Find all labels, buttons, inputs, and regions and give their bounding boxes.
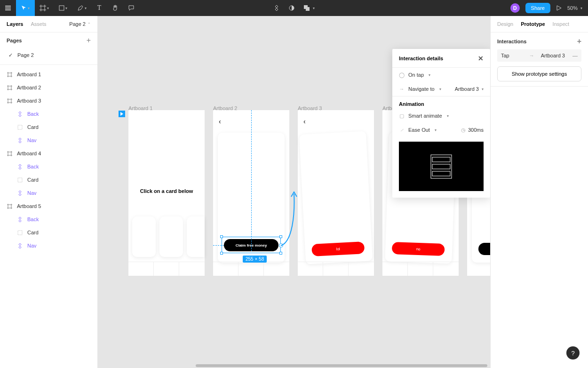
layer-name: Artboard 5 [17, 203, 41, 209]
layer-child[interactable]: Nav [0, 186, 97, 200]
zoom-value: 50% [567, 5, 578, 11]
tap-icon: ◯ [399, 72, 405, 78]
shape-tool[interactable]: ▾ [54, 0, 72, 16]
hand-tool[interactable] [107, 0, 123, 16]
nav-bar [298, 262, 374, 276]
canvas-scrollbar[interactable] [196, 364, 490, 367]
component-icon[interactable] [273, 5, 280, 11]
animation-header: Animation [392, 96, 490, 109]
page-row[interactable]: ✓ Page 2 [0, 48, 97, 62]
layer-child[interactable]: Nav [0, 134, 97, 147]
selection-handle[interactable] [279, 252, 282, 255]
layer-child[interactable]: Card [0, 226, 97, 239]
layer-name: Card [27, 177, 39, 183]
component-icon [17, 164, 23, 169]
user-avatar[interactable]: D [510, 3, 520, 13]
svg-rect-4 [18, 125, 22, 129]
tab-assets[interactable]: Assets [31, 21, 46, 27]
toolbar-left: ▾ ▾ ▾ ▾ T [0, 0, 139, 16]
share-button[interactable]: Share [525, 3, 550, 13]
cursor-icon [21, 5, 27, 11]
move-tool[interactable]: ▾ [16, 0, 35, 16]
duration-value: 300ms [468, 127, 484, 133]
selection-handle[interactable] [220, 252, 223, 255]
scrollbar-thumb[interactable] [196, 364, 487, 367]
right-panel: Design Prototype Inspect Interactions + … [490, 16, 588, 368]
remove-interaction-button[interactable]: — [572, 53, 578, 58]
text-tool[interactable]: T [91, 0, 107, 16]
instruction-text: Click on a card below [128, 188, 205, 194]
add-page-button[interactable]: + [87, 36, 91, 45]
comment-icon [128, 5, 135, 11]
back-button[interactable]: ‹ [303, 118, 306, 125]
trigger-label: On tap [408, 72, 424, 78]
animation-preview [399, 142, 484, 191]
page-selector[interactable]: Page 2 ⌃ [69, 21, 91, 27]
artboard-1[interactable]: Click on a card below [128, 110, 205, 276]
interaction-row[interactable]: Tap → Artboard 3 — [497, 49, 581, 62]
zoom-control[interactable]: 50% ▾ [567, 5, 582, 11]
layer-frame[interactable]: Artboard 3 [0, 94, 97, 107]
tab-prototype[interactable]: Prototype [521, 21, 545, 27]
tab-design[interactable]: Design [497, 21, 513, 27]
present-icon[interactable] [556, 5, 562, 11]
toolbar-right: D Share 50% ▾ [510, 0, 588, 16]
layer-child[interactable]: Card [0, 120, 97, 134]
chevron-down-icon: ▾ [313, 6, 315, 10]
layer-name: Artboard 1 [17, 72, 41, 77]
lol-button[interactable]: lol [311, 241, 365, 256]
svg-rect-3 [306, 7, 310, 11]
button [478, 243, 490, 255]
nav-bar [128, 262, 205, 276]
layer-frame[interactable]: Artboard 1 [0, 68, 97, 81]
layer-frame[interactable]: Artboard 4 [0, 147, 97, 160]
layer-child[interactable]: Card [0, 173, 97, 186]
close-icon[interactable]: ✕ [478, 55, 484, 62]
svg-rect-9 [432, 164, 450, 169]
chevron-up-icon: ⌃ [87, 22, 91, 26]
layer-name: Artboard 4 [17, 151, 41, 156]
layer-child[interactable]: Back [0, 213, 97, 226]
layer-name: Card [27, 124, 39, 130]
layer-name: Back [27, 164, 39, 169]
show-prototype-settings-button[interactable]: Show prototype settings [497, 66, 581, 81]
layer-child[interactable]: Back [0, 107, 97, 120]
add-interaction-button[interactable]: + [577, 37, 581, 46]
main-menu-button[interactable] [0, 0, 16, 16]
layer-frame[interactable]: Artboard 5 [0, 200, 97, 213]
page-name: Page 2 [17, 52, 34, 58]
right-panel-tabs: Design Prototype Inspect [491, 16, 588, 32]
layer-child[interactable]: Nav [0, 239, 97, 252]
tab-inspect[interactable]: Inspect [553, 21, 569, 27]
rectangle-icon [17, 124, 23, 130]
action-row[interactable]: → Navigate to ▾ Artboard 3 ▾ [392, 82, 490, 96]
svg-rect-8 [432, 157, 450, 162]
component-icon [17, 216, 23, 222]
flow-start-badge[interactable] [119, 111, 125, 117]
no-button[interactable]: no [392, 242, 445, 256]
card: lol [299, 131, 373, 264]
trigger-row[interactable]: ◯ On tap ▾ [392, 68, 490, 82]
mask-icon[interactable] [288, 5, 295, 11]
chevron-down-icon: ▾ [447, 114, 449, 118]
easing-row[interactable]: ⟋ Ease Out ▾ ◷ 300ms [392, 123, 490, 137]
hamburger-icon [5, 5, 11, 11]
component-icon [17, 137, 23, 143]
help-button[interactable]: ? [566, 346, 580, 360]
check-icon: ✓ [8, 52, 13, 58]
tab-layers[interactable]: Layers [7, 21, 23, 27]
layer-child[interactable]: Back [0, 160, 97, 173]
back-button[interactable]: ‹ [219, 118, 221, 125]
canvas[interactable]: Artboard 1 Artboard 2 Artboard 3 Artboar… [98, 16, 490, 368]
easing-icon: ⟋ [399, 127, 405, 133]
animation-type-row[interactable]: ▢ Smart animate ▾ [392, 109, 490, 123]
boolean-tool[interactable]: ▾ [303, 5, 315, 11]
comment-tool[interactable] [123, 0, 139, 16]
artboard-3[interactable]: ‹ lol [298, 110, 374, 276]
frame-tool[interactable]: ▾ [35, 0, 54, 16]
selection-handle[interactable] [220, 235, 223, 238]
rectangle-icon [17, 177, 23, 183]
toolbar-center: ▾ [273, 5, 315, 11]
pen-tool[interactable]: ▾ [72, 0, 91, 16]
layer-frame[interactable]: Artboard 2 [0, 81, 97, 94]
